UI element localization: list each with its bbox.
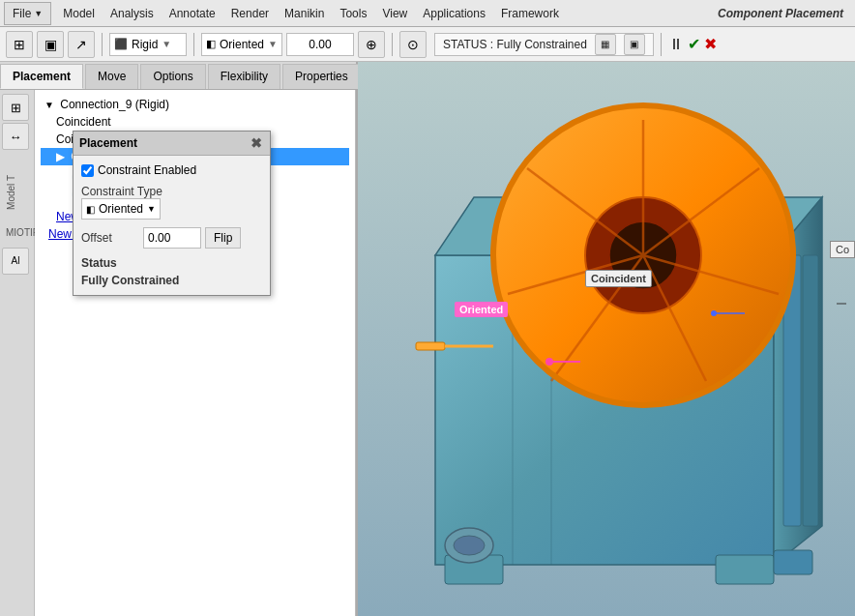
toolbar-btn-1[interactable]: ⊞ (6, 31, 33, 58)
svg-rect-24 (416, 342, 445, 350)
constraint-enabled-checkbox[interactable] (81, 164, 94, 177)
dialog-title-bar[interactable]: Placement ✖ (74, 132, 270, 156)
rigid-label: Rigid (132, 38, 158, 51)
tree-root-label: Connection_9 (Rigid) (60, 98, 169, 111)
tab-properties[interactable]: Properties (282, 64, 361, 89)
toolbar-btn-3[interactable]: ↗ (68, 31, 95, 58)
toolbar-sep-4 (661, 33, 662, 56)
model-tree-label: Model T (2, 173, 32, 212)
oriented-label: Oriented (220, 38, 264, 51)
status-icon-2: ▣ (630, 39, 638, 49)
menu-render[interactable]: Render (223, 3, 277, 24)
menu-file[interactable]: File ▼ (4, 2, 51, 25)
oriented-arrow: ▼ (268, 39, 278, 49)
viewport[interactable]: Oriented Coincident Co (358, 62, 855, 616)
miotif-text[interactable]: MIOTIF (6, 227, 28, 238)
status-text: STATUS : Fully Constrained (443, 38, 587, 51)
check-btn[interactable]: ✔ (688, 35, 700, 53)
menu-model[interactable]: Model (55, 3, 103, 24)
menu-annotate[interactable]: Annotate (162, 3, 223, 24)
side-icon-2[interactable]: ↔ (2, 123, 29, 150)
tree-coincident-1-label: Coincident (56, 115, 111, 129)
toolbar-sep-2 (193, 33, 194, 56)
constraint-type-arrow: ▼ (147, 204, 156, 214)
rigid-icon: ⬛ (114, 38, 128, 50)
menu-applications[interactable]: Applications (415, 3, 493, 24)
target-icon: ⊙ (407, 37, 419, 52)
constraint-type-row: ◧ Oriented ▼ (81, 198, 262, 220)
tree-root[interactable]: ▼ Connection_9 (Rigid) (41, 96, 349, 113)
tree-collapse-icon: ▼ (44, 100, 54, 110)
tree-oriented-arrow: ▶ (56, 150, 65, 163)
dialog-title: Placement (79, 136, 137, 150)
toolbar-icon-2: ▣ (44, 37, 57, 52)
rigid-arrow: ▼ (162, 39, 171, 49)
menu-view[interactable]: View (374, 3, 415, 24)
toolbar-sep-3 (392, 33, 393, 56)
miotif-label: MIOTIF (2, 225, 32, 240)
svg-point-29 (711, 310, 717, 316)
cross-icon: ⊕ (366, 37, 377, 52)
dialog-close-btn[interactable]: ✖ (249, 135, 264, 151)
offset-input[interactable] (143, 227, 201, 249)
rigid-dropdown[interactable]: ⬛ Rigid ▼ (109, 33, 187, 56)
model-tree-text[interactable]: Model T (6, 175, 16, 210)
constraint-enabled-row: Constraint Enabled (81, 163, 262, 177)
al-icon: Al (12, 255, 20, 266)
menu-file-label: File (13, 7, 31, 20)
constraint-type-dropdown[interactable]: ◧ Oriented ▼ (81, 198, 161, 220)
offset-label: Offset (81, 231, 139, 245)
svg-rect-10 (803, 255, 818, 526)
oriented-dropdown[interactable]: ◧ Oriented ▼ (201, 33, 282, 56)
svg-rect-5 (716, 555, 774, 584)
status-icon-1: ▦ (601, 39, 609, 49)
status-btn-1[interactable]: ▦ (595, 34, 616, 55)
move-icon: ↔ (10, 130, 22, 144)
placement-dialog: Placement ✖ Constraint Enabled Constrain… (73, 131, 271, 296)
svg-point-12 (454, 536, 485, 555)
toolbar-sep-1 (102, 33, 103, 56)
side-icons: ⊞ ↔ Model T MIOTIF Al (0, 90, 35, 616)
status-label: Status (81, 256, 262, 270)
tab-options[interactable]: Options (140, 64, 205, 89)
value-input[interactable] (286, 33, 354, 56)
menu-bar: File ▼ Model Analysis Annotate Render Ma… (0, 0, 855, 27)
menu-manikin[interactable]: Manikin (277, 3, 332, 24)
toolbar-icon-1: ⊞ (14, 37, 25, 52)
menu-analysis[interactable]: Analysis (103, 3, 162, 24)
offset-row: Offset Flip (81, 227, 262, 249)
oriented-icon: ◧ (206, 38, 216, 50)
tree-coincident-1[interactable]: Coincident (41, 113, 349, 131)
tab-move[interactable]: Move (85, 64, 138, 89)
target-btn[interactable]: ⊙ (399, 31, 427, 58)
select-icon: ⊞ (11, 101, 21, 115)
flip-btn[interactable]: Flip (205, 227, 241, 249)
status-btn-2[interactable]: ▣ (624, 34, 645, 55)
close-btn[interactable]: ✖ (704, 35, 717, 53)
right-connector-label: Co (830, 241, 855, 258)
side-icon-1[interactable]: ⊞ (2, 94, 29, 121)
constraint-type-value: Oriented (99, 202, 143, 216)
toolbar-icon-3: ↗ (75, 37, 87, 52)
menu-tools[interactable]: Tools (332, 3, 374, 24)
svg-point-27 (545, 358, 553, 366)
toolbar-btn-4[interactable]: ⊕ (358, 31, 385, 58)
side-icon-al[interactable]: Al (2, 248, 29, 275)
file-arrow: ▼ (34, 9, 43, 18)
tab-placement[interactable]: Placement (0, 64, 83, 89)
toolbar-btn-2[interactable]: ▣ (37, 31, 64, 58)
dialog-body: Constraint Enabled Constraint Type ◧ Ori… (74, 156, 270, 295)
constraint-type-icon: ◧ (86, 204, 95, 215)
status-value: Fully Constrained (81, 274, 262, 287)
status-bar: STATUS : Fully Constrained ▦ ▣ (434, 33, 654, 56)
constraint-type-label: Constraint Type (81, 185, 262, 198)
pause-btn[interactable]: ⏸ (668, 36, 684, 53)
tab-row: Placement Move Options Flexibility Prope… (0, 62, 356, 90)
active-tab-label: Component Placement (718, 7, 851, 20)
svg-rect-6 (774, 550, 812, 574)
toolbar: ⊞ ▣ ↗ ⬛ Rigid ▼ ◧ Oriented ▼ ⊕ ⊙ STATUS … (0, 27, 855, 62)
constraint-enabled-label: Constraint Enabled (98, 163, 196, 177)
model-svg (358, 62, 855, 616)
tab-flexibility[interactable]: Flexibility (208, 64, 280, 89)
menu-framework[interactable]: Framework (493, 3, 567, 24)
